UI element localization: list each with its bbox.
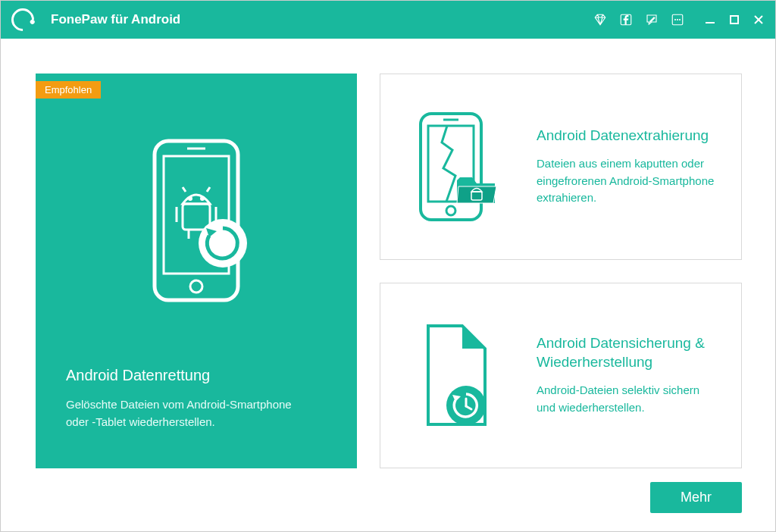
minimize-button[interactable] [704, 14, 716, 26]
card-desc: Dateien aus einem kaputten oder eingefro… [537, 155, 720, 207]
card-data-extraction[interactable]: Android Datenextrahierung Dateien aus ei… [380, 74, 742, 260]
document-history-icon [402, 315, 515, 436]
card-grid: Empfohlen [36, 74, 742, 468]
feedback-icon[interactable] [645, 13, 659, 27]
svg-point-18 [189, 197, 192, 199]
maximize-button[interactable] [728, 14, 740, 26]
svg-point-3 [677, 19, 678, 20]
svg-point-25 [446, 206, 455, 215]
card-backup-restore[interactable]: Android Datensicherung & Wiederherstellu… [380, 283, 742, 469]
facebook-icon[interactable] [619, 13, 633, 27]
card-desc: Android-Dateien selektiv sichern und wie… [537, 382, 720, 416]
titlebar: FonePaw für Android [1, 1, 775, 39]
broken-phone-icon [402, 106, 515, 227]
svg-point-4 [679, 19, 681, 20]
card-data-recovery[interactable]: Empfohlen [36, 74, 357, 468]
recommended-badge: Empfohlen [36, 81, 101, 99]
phone-recovery-icon [66, 74, 327, 367]
svg-rect-23 [421, 114, 481, 220]
app-logo-icon [7, 4, 39, 36]
svg-point-19 [202, 197, 204, 199]
svg-rect-6 [731, 16, 738, 23]
card-title: Android Datenrettung [66, 367, 327, 384]
svg-point-2 [674, 19, 676, 20]
svg-line-21 [207, 187, 210, 192]
footer: Mehr [36, 468, 742, 513]
card-title: Android Datensicherung & Wiederherstellu… [537, 334, 720, 371]
svg-rect-13 [183, 204, 210, 230]
app-window: FonePaw für Android [0, 0, 776, 532]
more-button[interactable]: Mehr [650, 482, 742, 513]
titlebar-icons [593, 13, 765, 27]
card-desc: Gelöschte Dateien vom Android-Smartphone… [66, 396, 293, 430]
svg-line-20 [183, 187, 186, 192]
close-button[interactable] [753, 14, 765, 26]
content-area: Empfohlen [1, 39, 775, 531]
app-title: FonePaw für Android [51, 12, 593, 27]
card-title: Android Datenextrahierung [537, 127, 720, 146]
svg-point-11 [190, 280, 202, 293]
menu-icon[interactable] [671, 13, 684, 27]
diamond-icon[interactable] [593, 13, 607, 27]
